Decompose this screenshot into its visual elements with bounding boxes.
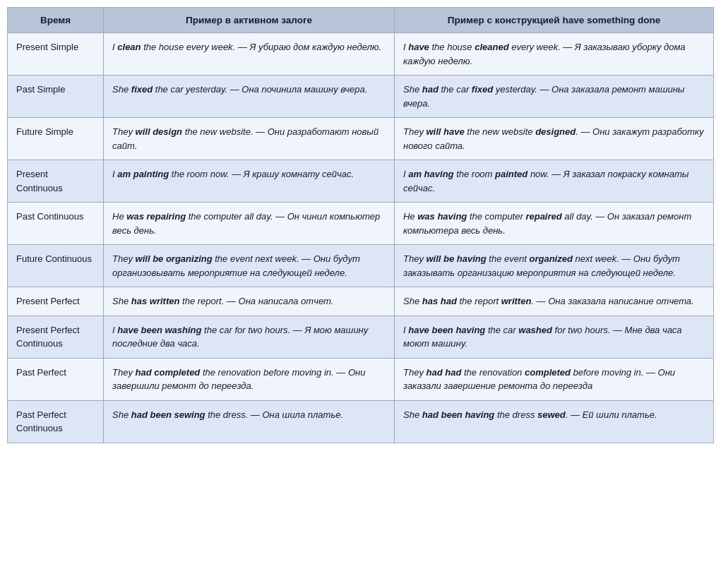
have-done-example-cell: I have been having the car washed for tw… bbox=[394, 316, 713, 358]
tense-name: Present Perfect Continuous bbox=[16, 325, 80, 349]
tense-name: Past Simple bbox=[16, 84, 65, 95]
tense-name: Future Continuous bbox=[16, 253, 92, 264]
tense-cell: Past Perfect Continuous bbox=[8, 400, 104, 443]
active-example: They had completed the renovation before… bbox=[112, 367, 365, 392]
active-example: I clean the house every week. — Я убираю… bbox=[112, 42, 381, 52]
tense-cell: Present Simple bbox=[8, 33, 104, 76]
tense-name: Present Perfect bbox=[16, 296, 80, 306]
active-example: He was repairing the computer all day. —… bbox=[112, 211, 380, 236]
table-row: Past Perfect ContinuousShe had been sewi… bbox=[8, 400, 714, 443]
have-done-example: They had had the renovation completed be… bbox=[403, 367, 675, 392]
have-done-example-cell: I have the house cleaned every week. — Я… bbox=[394, 33, 713, 76]
have-done-example: She had the car fixed yesterday. — Она з… bbox=[403, 84, 684, 109]
tense-cell: Past Perfect bbox=[8, 358, 104, 400]
have-done-example-cell: She had been having the dress sewed. — Е… bbox=[394, 400, 713, 443]
tense-name: Future Simple bbox=[16, 126, 73, 137]
active-example: I have been washing the car for two hour… bbox=[112, 325, 368, 349]
table-row: Present PerfectShe has written the repor… bbox=[8, 287, 714, 316]
table-header-row: Время Пример в активном залоге Пример с … bbox=[8, 8, 714, 33]
tense-cell: Future Continuous bbox=[8, 245, 104, 287]
table-row: Future SimpleThey will design the new we… bbox=[8, 118, 714, 160]
active-example-cell: They will be organizing the event next w… bbox=[104, 245, 395, 287]
have-done-example: They will have the new website designed.… bbox=[403, 126, 703, 151]
active-example: They will design the new website. — Они … bbox=[112, 126, 379, 151]
tense-cell: Past Continuous bbox=[8, 203, 104, 245]
table-row: Past ContinuousHe was repairing the comp… bbox=[8, 203, 714, 245]
active-example-cell: They will design the new website. — Они … bbox=[104, 118, 395, 160]
have-done-example-cell: They had had the renovation completed be… bbox=[394, 358, 713, 400]
have-done-example: He was having the computer repaired all … bbox=[403, 211, 691, 236]
grammar-table: Время Пример в активном залоге Пример с … bbox=[7, 7, 714, 443]
active-example-cell: I am painting the room now. — Я крашу ко… bbox=[104, 160, 395, 203]
table-row: Future ContinuousThey will be organizing… bbox=[8, 245, 714, 287]
have-done-example: I am having the room painted now. — Я за… bbox=[403, 169, 689, 193]
active-example-cell: They had completed the renovation before… bbox=[104, 358, 395, 400]
have-done-example-cell: They will have the new website designed.… bbox=[394, 118, 713, 160]
tense-cell: Future Simple bbox=[8, 118, 104, 160]
have-done-example: She has had the report written. — Она за… bbox=[403, 296, 694, 306]
tense-name: Present Simple bbox=[16, 42, 78, 52]
have-done-example-cell: She had the car fixed yesterday. — Она з… bbox=[394, 76, 713, 118]
have-done-example: They will be having the event organized … bbox=[403, 253, 680, 278]
active-example-cell: He was repairing the computer all day. —… bbox=[104, 203, 395, 245]
tense-name: Past Perfect Continuous bbox=[16, 409, 66, 434]
active-example-cell: She had been sewing the dress. — Она шил… bbox=[104, 400, 395, 443]
table-row: Past PerfectThey had completed the renov… bbox=[8, 358, 714, 400]
have-done-example-cell: I am having the room painted now. — Я за… bbox=[394, 160, 713, 203]
active-example: She has written the report. — Она написа… bbox=[112, 296, 333, 306]
active-example-cell: I have been washing the car for two hour… bbox=[104, 316, 395, 358]
tense-name: Past Continuous bbox=[16, 211, 83, 222]
have-done-example-cell: They will be having the event organized … bbox=[394, 245, 713, 287]
have-done-example-cell: He was having the computer repaired all … bbox=[394, 203, 713, 245]
have-done-example: She had been having the dress sewed. — Е… bbox=[403, 409, 657, 420]
table-row: Past SimpleShe fixed the car yesterday. … bbox=[8, 76, 714, 118]
table-row: Present SimpleI clean the house every we… bbox=[8, 33, 714, 76]
tense-name: Present Continuous bbox=[16, 169, 63, 193]
table-row: Present ContinuousI am painting the room… bbox=[8, 160, 714, 203]
tense-name: Past Perfect bbox=[16, 367, 66, 378]
active-example: She fixed the car yesterday. — Она почин… bbox=[112, 84, 367, 95]
active-example-cell: I clean the house every week. — Я убираю… bbox=[104, 33, 395, 76]
active-example: I am painting the room now. — Я крашу ко… bbox=[112, 169, 354, 179]
have-done-example-cell: She has had the report written. — Она за… bbox=[394, 287, 713, 316]
tense-cell: Present Continuous bbox=[8, 160, 104, 203]
have-done-example: I have been having the car washed for tw… bbox=[403, 325, 682, 349]
tense-cell: Past Simple bbox=[8, 76, 104, 118]
have-done-example: I have the house cleaned every week. — Я… bbox=[403, 42, 686, 66]
table-row: Present Perfect ContinuousI have been wa… bbox=[8, 316, 714, 358]
active-example: She had been sewing the dress. — Она шил… bbox=[112, 409, 343, 420]
col-header-have-done: Пример с конструкцией have something don… bbox=[394, 8, 713, 33]
tense-cell: Present Perfect Continuous bbox=[8, 316, 104, 358]
active-example: They will be organizing the event next w… bbox=[112, 253, 360, 278]
tense-cell: Present Perfect bbox=[8, 287, 104, 316]
col-header-tense: Время bbox=[8, 8, 104, 33]
active-example-cell: She has written the report. — Она написа… bbox=[104, 287, 395, 316]
col-header-active: Пример в активном залоге bbox=[104, 8, 395, 33]
active-example-cell: She fixed the car yesterday. — Она почин… bbox=[104, 76, 395, 118]
